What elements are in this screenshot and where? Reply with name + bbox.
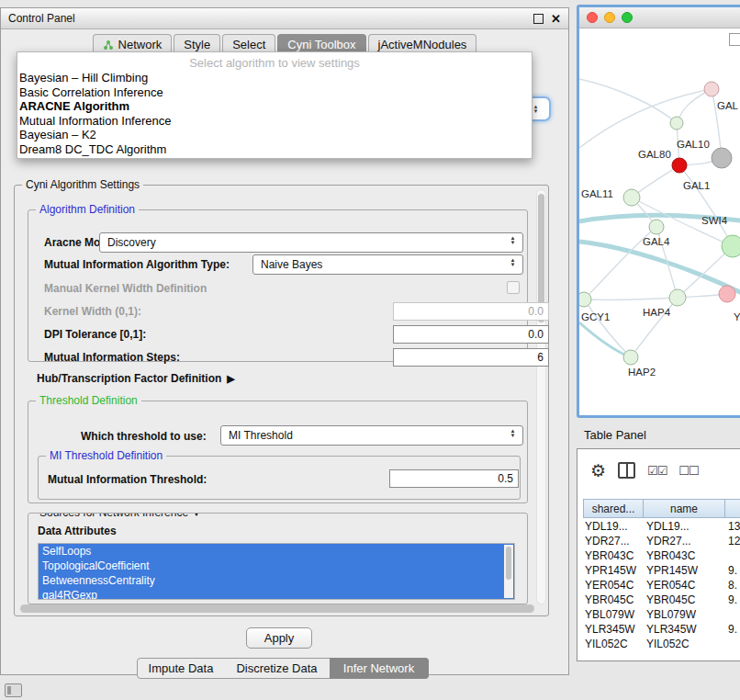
table-row[interactable]: YPR145WYPR145W9.: [583, 563, 740, 578]
network-node-label: GAL1: [683, 180, 710, 191]
list-item[interactable]: TopologicalCoefficient: [39, 559, 514, 573]
table-cell: YBR045C: [644, 593, 725, 606]
dropdown-item[interactable]: Mutual Information Inference: [17, 114, 532, 129]
table-panel-window: ⚙ ☑☑ ☐☐ shared... name YDL19...YDL19...1…: [577, 448, 740, 661]
table-cell: YIL052C: [644, 638, 725, 650]
dropdown-item-selected[interactable]: ARACNE Algorithm: [17, 99, 532, 114]
network-node[interactable]: [649, 220, 664, 234]
sources-title-toggle[interactable]: Sources for Network Inference▼: [36, 513, 205, 519]
column-header-name[interactable]: name: [643, 499, 725, 518]
network-edge[interactable]: [584, 298, 678, 299]
table-cell: YDR27...: [583, 535, 644, 548]
gear-icon[interactable]: ⚙: [590, 462, 606, 480]
list-scrollbar-thumb[interactable]: [506, 547, 511, 580]
algorithm-dropdown-popup: Select algorithm to view settings Bayesi…: [17, 51, 533, 159]
mi-threshold-field[interactable]: 0.5: [389, 469, 519, 488]
columns-icon[interactable]: [618, 462, 635, 479]
table-cell: 8.: [725, 579, 740, 592]
which-threshold-combo[interactable]: MI Threshold ▲▼: [220, 425, 523, 446]
threshold-definition-group: Threshold Definition Which threshold to …: [28, 401, 528, 503]
network-node-label: HAP4: [643, 307, 671, 318]
combo-stepper-icon: ▲▼: [507, 236, 519, 245]
table-row[interactable]: YLR345WYLR345W9.: [583, 622, 740, 637]
table-cell: YPR145W: [583, 564, 644, 577]
manual-kernel-checkbox[interactable]: [507, 281, 520, 294]
column-header-shared[interactable]: shared...: [583, 499, 644, 518]
network-node-label: HAP2: [628, 367, 656, 378]
float-window-icon[interactable]: [533, 14, 544, 24]
mi-type-combo[interactable]: Naive Bayes ▲▼: [252, 254, 523, 275]
network-edge[interactable]: [579, 242, 740, 297]
select-unchecked-icon[interactable]: ☐☐: [678, 464, 698, 478]
table-body: YDL19...YDL19...13YDR27...YDR27...12YBR0…: [583, 519, 740, 651]
data-attributes-label: Data Attributes: [38, 525, 117, 537]
threshold-definition-title: Threshold Definition: [36, 394, 141, 407]
tab-network-label: Network: [118, 38, 163, 51]
table-cell: YDR27...: [644, 535, 725, 548]
table-cell: YBR043C: [644, 549, 725, 562]
network-node[interactable]: [722, 235, 740, 257]
network-window-titlebar[interactable]: [579, 7, 740, 28]
table-row[interactable]: YBR043CYBR043C: [583, 548, 740, 563]
zoom-traffic-light-icon[interactable]: [622, 12, 633, 23]
list-scrollbar[interactable]: [504, 545, 513, 598]
network-edge[interactable]: [584, 299, 631, 357]
dropdown-item[interactable]: Bayesian – K2: [17, 128, 532, 142]
network-node-label: Y: [734, 311, 740, 322]
network-node[interactable]: [579, 292, 591, 307]
tab-discretize-data[interactable]: Discretize Data: [224, 658, 331, 679]
collapse-down-icon: ▼: [192, 513, 201, 518]
aracne-mode-combo[interactable]: Discovery ▲▼: [99, 232, 523, 253]
hub-tf-definition-toggle[interactable]: Hub/Transcription Factor Definition▶: [37, 372, 235, 385]
network-node[interactable]: [623, 350, 638, 365]
network-node[interactable]: [704, 82, 719, 96]
data-attributes-list[interactable]: SelfLoops TopologicalCoefficient Between…: [38, 543, 515, 600]
panel-dock-icon[interactable]: [5, 683, 22, 697]
column-header-partial[interactable]: [724, 499, 740, 518]
network-view-window: GALGAL80GAL10GAL11GAL1SWI4GAL4GCY1HAP4HA…: [577, 5, 740, 418]
table-row[interactable]: YDL19...YDL19...13: [583, 519, 740, 534]
network-node[interactable]: [670, 117, 683, 130]
window-title: Control Panel: [8, 12, 75, 25]
table-row[interactable]: YBL079WYBL079W: [583, 607, 740, 622]
dropdown-item[interactable]: Dream8 DC_TDC Algorithm: [17, 142, 532, 157]
table-row[interactable]: YIL052CYIL052C: [583, 637, 740, 651]
dpi-tolerance-field[interactable]: 0.0: [393, 325, 549, 344]
close-icon[interactable]: ✕: [551, 13, 561, 25]
dropdown-item[interactable]: Basic Correlation Inference: [17, 85, 532, 100]
table-cell: YDL19...: [644, 520, 725, 533]
apply-button[interactable]: Apply: [246, 627, 312, 649]
control-panel-titlebar[interactable]: Control Panel ✕: [1, 8, 568, 29]
network-canvas[interactable]: GALGAL80GAL10GAL11GAL1SWI4GAL4GCY1HAP4HA…: [579, 28, 740, 416]
network-node-label: GCY1: [581, 311, 610, 322]
list-item[interactable]: BetweennessCentrality: [39, 573, 514, 588]
list-item[interactable]: SelfLoops: [39, 544, 514, 559]
table-header: shared... name: [583, 499, 740, 518]
close-traffic-light-icon[interactable]: [587, 12, 598, 23]
network-node[interactable]: [672, 158, 687, 173]
select-checked-icon[interactable]: ☑☑: [647, 464, 667, 478]
network-node[interactable]: [669, 289, 686, 306]
network-node[interactable]: [623, 189, 640, 206]
list-item[interactable]: gal4RGexp: [39, 588, 514, 600]
table-cell: 12: [725, 535, 740, 548]
tab-impute-data[interactable]: Impute Data: [137, 658, 225, 679]
table-panel-title: Table Panel: [584, 428, 646, 442]
canvas-overview-widget[interactable]: [729, 33, 740, 46]
settings-hscrollbar-thumb[interactable]: [20, 604, 534, 613]
network-node[interactable]: [712, 148, 732, 168]
network-node-label: GAL: [717, 100, 739, 111]
table-row[interactable]: YBR045CYBR045C9.: [583, 593, 740, 607]
table-row[interactable]: YDR27...YDR27...12: [583, 534, 740, 548]
which-threshold-label: Which threshold to use:: [81, 430, 207, 443]
tab-infer-network[interactable]: Infer Network: [330, 658, 429, 679]
kernel-width-field[interactable]: 0.0: [393, 302, 549, 321]
table-row[interactable]: YER054CYER054C8.: [583, 578, 740, 593]
settings-scrollbar[interactable]: [536, 189, 546, 604]
table-cell: YBR045C: [583, 593, 644, 606]
dropdown-item[interactable]: Bayesian – Hill Climbing: [17, 71, 532, 85]
dpi-tolerance-label: DPI Tolerance [0,1]:: [44, 328, 146, 341]
mi-steps-field[interactable]: 6: [393, 348, 549, 367]
network-node[interactable]: [719, 286, 735, 302]
minimize-traffic-light-icon[interactable]: [604, 12, 615, 23]
